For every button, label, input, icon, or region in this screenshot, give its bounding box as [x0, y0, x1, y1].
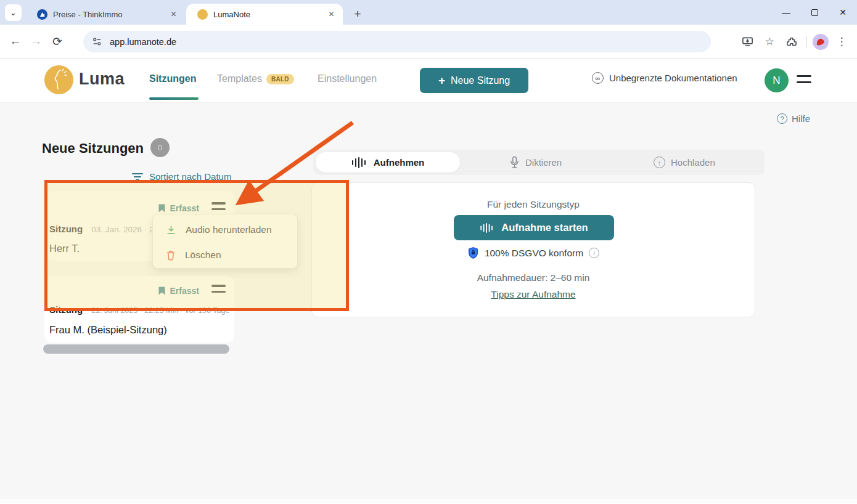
browser-window: ⌄ Preise - ThinkImmo ✕ LumaNote ✕ + — ✕ …	[0, 0, 857, 504]
card-meta-row: Sitzung 21. Juni 2025 · 22:25 Min · vor …	[49, 304, 229, 315]
tab-aufnehmen[interactable]: Aufnehmen	[316, 152, 460, 173]
back-button[interactable]: ←	[5, 31, 26, 52]
info-icon[interactable]: i	[589, 248, 599, 258]
user-avatar[interactable]: N	[765, 68, 789, 92]
new-session-button[interactable]: + Neue Sitzung	[420, 68, 528, 93]
help-link[interactable]: ? Hilfe	[777, 113, 810, 124]
download-icon	[166, 225, 176, 235]
close-window-button[interactable]: ✕	[829, 0, 857, 25]
tab-title: Preise - ThinkImmo	[53, 10, 168, 19]
toolbar-separator	[806, 36, 807, 48]
site-settings-icon[interactable]	[92, 36, 102, 47]
address-bar[interactable]: app.lumanote.de	[83, 31, 711, 52]
waveform-icon	[480, 223, 494, 233]
menu-item-label: Löschen	[185, 250, 221, 261]
plus-icon: +	[438, 74, 445, 87]
tab-diktieren[interactable]: Diktieren	[509, 150, 562, 175]
sort-by-date[interactable]: Sortiert nach Datum	[132, 171, 231, 182]
bookmark-star-icon[interactable]: ☆	[760, 33, 779, 51]
card-status-row: Erfasst	[158, 285, 226, 296]
shield-lock-icon	[467, 246, 479, 259]
question-icon: ?	[777, 113, 787, 124]
session-meta: 21. Juni 2025 · 22:25 Min · vor 196 Tage	[91, 306, 229, 315]
session-meta: 03. Jan. 2026 · 2	[91, 225, 154, 234]
tab-hochladen[interactable]: ↑ Hochladen	[654, 150, 715, 175]
tab-search-button[interactable]: ⌄	[5, 4, 22, 21]
menu-item-download-audio[interactable]: Audio herunterladen	[153, 217, 297, 242]
luma-logo-icon[interactable]	[44, 65, 73, 94]
menu-item-label: Audio herunterladen	[186, 224, 272, 235]
nav-sitzungen[interactable]: Sitzungen	[149, 73, 196, 84]
start-recording-label: Aufnahme starten	[501, 222, 588, 234]
session-context-menu: Audio herunterladen Löschen	[152, 214, 298, 269]
bottom-strip	[0, 499, 857, 504]
tab-label: Hochladen	[671, 157, 715, 168]
browser-profile-avatar[interactable]	[813, 34, 829, 50]
menu-item-delete[interactable]: Löschen	[153, 243, 297, 267]
session-card[interactable]: Erfasst Sitzung 21. Juni 2025 · 22:25 Mi…	[44, 276, 234, 343]
brand-name: Luma	[79, 70, 125, 89]
session-name: Frau M. (Beispiel-Sitzung)	[49, 324, 167, 336]
waveform-icon	[351, 157, 367, 168]
close-tab-icon[interactable]: ✕	[168, 9, 179, 20]
tab-strip: ⌄ Preise - ThinkImmo ✕ LumaNote ✕ + — ✕	[0, 0, 857, 25]
session-count-badge: 0	[150, 138, 170, 157]
tab-lumanote[interactable]: LumaNote ✕	[186, 4, 343, 25]
session-menu-icon[interactable]	[211, 285, 226, 296]
thinkimmo-favicon-icon	[37, 9, 47, 20]
forward-button[interactable]: →	[26, 31, 47, 52]
help-label: Hilfe	[792, 113, 810, 124]
session-name: Herr T.	[49, 243, 80, 254]
tab-preise-thinkimmo[interactable]: Preise - ThinkImmo ✕	[26, 4, 185, 25]
toolbar-actions: ☆ ⋮	[738, 31, 851, 52]
lumanote-favicon-icon	[197, 9, 208, 20]
nav-templates[interactable]: Templates BALD	[217, 73, 294, 84]
session-menu-icon[interactable]	[211, 202, 226, 214]
status-label: Erfasst	[170, 203, 199, 213]
recorder-card: Für jeden Sitzungstyp Aufnahme starten 1…	[311, 182, 755, 317]
card-meta-row: Sitzung 03. Jan. 2026 · 2	[49, 224, 154, 234]
bookmark-icon	[158, 286, 166, 296]
bald-badge: BALD	[266, 74, 294, 84]
tab-title: LumaNote	[213, 10, 326, 19]
horizontal-scrollbar[interactable]	[43, 344, 229, 354]
status-badge: Erfasst	[158, 203, 199, 213]
trash-icon	[166, 250, 176, 261]
recorder-subtitle: Für jeden Sitzungstyp	[312, 199, 755, 210]
restore-button[interactable]	[800, 0, 829, 25]
url-text: app.lumanote.de	[110, 37, 176, 47]
plan-status: ∞ Unbegrenzte Dokumentationen	[592, 72, 737, 84]
infinity-icon: ∞	[592, 72, 604, 84]
filter-icon	[132, 173, 143, 181]
card-status-row: Erfasst	[158, 202, 226, 214]
upload-icon: ↑	[654, 156, 665, 168]
recorder-tab-bar: Aufnehmen Diktieren ↑ Hochladen	[313, 150, 765, 175]
compliance-label: 100% DSGVO konform	[485, 248, 583, 259]
sort-label: Sortiert nach Datum	[149, 171, 231, 182]
nav-label: Templates	[217, 73, 262, 84]
tab-label: Diktieren	[525, 157, 562, 168]
reload-button[interactable]: ⟳	[47, 31, 68, 52]
session-type: Sitzung	[49, 304, 83, 315]
compliance-row: 100% DSGVO konform i	[312, 246, 755, 259]
new-session-label: Neue Sitzung	[451, 75, 510, 86]
bookmark-icon	[158, 203, 166, 213]
restore-icon	[811, 9, 818, 16]
tab-label: Aufnehmen	[374, 157, 425, 168]
nav-einstellungen[interactable]: Einstellungen	[318, 73, 377, 84]
browser-menu-icon[interactable]: ⋮	[832, 33, 851, 51]
minimize-button[interactable]: —	[772, 0, 800, 25]
close-tab-icon[interactable]: ✕	[326, 9, 337, 20]
extensions-icon[interactable]	[782, 33, 801, 51]
status-label: Erfasst	[170, 286, 199, 296]
active-nav-underline	[149, 97, 199, 100]
microphone-icon	[509, 156, 520, 169]
new-tab-button[interactable]: +	[349, 6, 366, 23]
browser-toolbar: ← → ⟳ app.lumanote.de ☆	[0, 25, 857, 58]
start-recording-button[interactable]: Aufnahme starten	[454, 215, 614, 240]
save-to-device-icon[interactable]	[738, 33, 757, 51]
plan-label: Unbegrenzte Dokumentationen	[609, 73, 737, 83]
recording-tips-link[interactable]: Tipps zur Aufnahme	[491, 289, 575, 299]
window-controls: — ✕	[772, 0, 857, 25]
app-menu-icon[interactable]	[797, 75, 811, 87]
